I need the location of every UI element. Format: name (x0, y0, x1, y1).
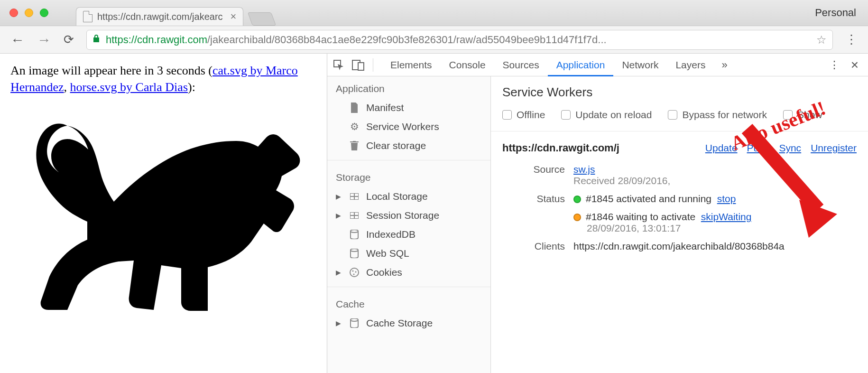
tab-application[interactable]: Application (548, 54, 614, 76)
device-toolbar-icon[interactable] (352, 59, 364, 71)
status-text: #1845 activated and running (586, 193, 711, 204)
devtools-close-icon[interactable]: × (847, 57, 862, 73)
link-horse-svg[interactable]: horse.svg by Carla Dias (70, 80, 188, 94)
sw-unregister-link[interactable]: Unregister (811, 142, 857, 154)
maximize-window-button[interactable] (40, 9, 48, 17)
sidebar-label: Manifest (366, 102, 404, 113)
sw-skipwaiting-link[interactable]: skipWaiting (701, 211, 752, 222)
sidebar-item-websql[interactable]: Web SQL (327, 244, 490, 263)
back-button[interactable]: ← (10, 32, 25, 48)
toolbar: ← → ⟳ https://cdn.rawgit.com/jakearchiba… (0, 26, 868, 54)
service-workers-panel: Service Workers Offline Update on reload… (491, 76, 868, 373)
tab-layers[interactable]: Layers (667, 54, 714, 76)
page-intro-suffix: ): (188, 80, 195, 94)
panel-heading: Service Workers (502, 85, 857, 100)
tab-title: https://cdn.rawgit.com/jakearc (97, 11, 223, 22)
update-on-reload-checkbox[interactable]: Update on reload (561, 109, 652, 121)
svg-point-9 (351, 230, 358, 233)
svg-point-13 (355, 271, 357, 273)
database-icon (349, 230, 360, 239)
sidebar-item-manifest[interactable]: Manifest (327, 98, 490, 117)
database-icon (349, 318, 360, 328)
sw-update-link[interactable]: Update (705, 142, 738, 154)
status-text: #1846 waiting to activate (586, 211, 695, 222)
profile-label[interactable]: Personal (815, 7, 856, 19)
sidebar-item-local-storage[interactable]: ▶Local Storage (327, 187, 490, 206)
svg-point-12 (352, 270, 354, 272)
browser-chrome: https://cdn.rawgit.com/jakearc × Persona… (0, 0, 868, 54)
sidebar-label: Local Storage (366, 191, 428, 202)
offline-checkbox[interactable]: Offline (502, 109, 545, 121)
status-dot-orange-icon (573, 214, 581, 221)
sw-push-link[interactable]: Push (747, 142, 770, 154)
expand-icon[interactable]: ▶ (336, 193, 341, 200)
url-scheme: https (106, 34, 129, 46)
web-page: An image will appear here in 3 seconds (… (0, 54, 327, 373)
file-icon (349, 103, 360, 113)
inspect-element-icon[interactable] (333, 59, 344, 71)
browser-tab[interactable]: https://cdn.rawgit.com/jakearc × (76, 7, 243, 26)
page-separator: , (64, 80, 70, 94)
devtools: Elements Console Sources Application Net… (327, 54, 868, 373)
sidebar-label: Cache Storage (366, 317, 433, 329)
sw-origin-row: https://cdn.rawgit.com/j Update Push Syn… (502, 142, 857, 154)
checkbox-label: Bypass for network (682, 109, 767, 121)
sidebar-item-cookies[interactable]: ▶Cookies (327, 263, 490, 282)
sidebar-label: Web SQL (366, 248, 409, 259)
new-tab-button[interactable] (248, 12, 276, 26)
checkbox-label: Offline (517, 109, 545, 121)
more-tabs-icon[interactable]: » (714, 59, 735, 71)
sw-options-row: Offline Update on reload Bypass for netw… (502, 109, 857, 121)
minimize-window-button[interactable] (25, 9, 33, 17)
trash-icon (349, 141, 360, 150)
checkbox-icon (502, 110, 512, 120)
tab-elements[interactable]: Elements (382, 54, 441, 76)
reload-button[interactable]: ⟳ (64, 32, 74, 47)
content-split: An image will appear here in 3 seconds (… (0, 54, 868, 373)
titlebar: https://cdn.rawgit.com/jakearc × Persona… (0, 0, 868, 26)
tab-network[interactable]: Network (613, 54, 667, 76)
sidebar-group-storage: Storage (327, 165, 490, 187)
sidebar-item-service-workers[interactable]: ⚙Service Workers (327, 117, 490, 136)
sidebar-label: Session Storage (366, 210, 439, 221)
sw-source-link[interactable]: sw.js (573, 164, 595, 175)
browser-menu-icon[interactable]: ⋮ (845, 32, 858, 47)
expand-icon[interactable]: ▶ (336, 319, 341, 327)
address-bar[interactable]: https://cdn.rawgit.com/jakearchibald/803… (86, 30, 833, 50)
sidebar-label: Clear storage (366, 140, 426, 151)
sw-sync-link[interactable]: Sync (779, 142, 801, 154)
checkbox-icon (783, 110, 793, 120)
table-icon (349, 193, 360, 200)
clients-value: https://cdn.rawgit.com/jakearchibald/803… (573, 241, 857, 252)
lock-icon (92, 34, 100, 45)
sidebar-group-application: Application (327, 76, 490, 98)
sidebar-label: Service Workers (366, 121, 439, 132)
sw-stop-link[interactable]: stop (717, 193, 736, 204)
bookmark-star-icon[interactable]: ☆ (816, 33, 827, 47)
show-all-checkbox[interactable]: Show (783, 109, 822, 121)
sw-status-time: 28/09/2016, 13:01:17 (587, 223, 681, 233)
sidebar-item-session-storage[interactable]: ▶Session Storage (327, 206, 490, 225)
devtools-menu-icon[interactable]: ⋮ (822, 59, 847, 71)
cookie-icon (349, 268, 360, 277)
sidebar-label: Cookies (366, 267, 402, 278)
bypass-network-checkbox[interactable]: Bypass for network (668, 109, 767, 121)
sidebar-item-indexeddb[interactable]: IndexedDB (327, 225, 490, 244)
sidebar-item-clear-storage[interactable]: Clear storage (327, 136, 490, 155)
close-tab-icon[interactable]: × (228, 10, 237, 23)
expand-icon[interactable]: ▶ (336, 269, 341, 276)
application-sidebar: Application Manifest ⚙Service Workers Cl… (327, 76, 491, 373)
sidebar-item-cache-storage[interactable]: ▶Cache Storage (327, 314, 490, 333)
sw-received: Received 28/09/2016, (573, 175, 670, 186)
sw-origin: https://cdn.rawgit.com/j (502, 142, 619, 154)
tab-strip: https://cdn.rawgit.com/jakearc × (76, 5, 274, 26)
status-label: Status (502, 193, 573, 234)
tab-sources[interactable]: Sources (494, 54, 548, 76)
sidebar-label: IndexedDB (366, 229, 416, 240)
devtools-tabstrip: Elements Console Sources Application Net… (327, 54, 868, 76)
expand-icon[interactable]: ▶ (336, 212, 341, 219)
forward-button[interactable]: → (37, 32, 51, 48)
sidebar-group-cache: Cache (327, 292, 490, 314)
close-window-button[interactable] (9, 9, 18, 17)
tab-console[interactable]: Console (441, 54, 494, 76)
